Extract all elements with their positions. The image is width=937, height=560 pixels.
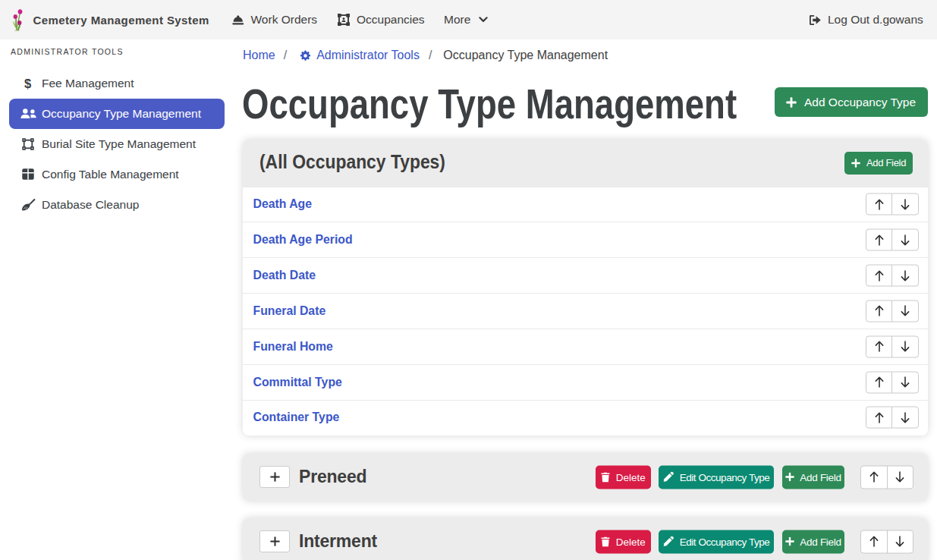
svg-text:$: $ — [24, 77, 31, 90]
